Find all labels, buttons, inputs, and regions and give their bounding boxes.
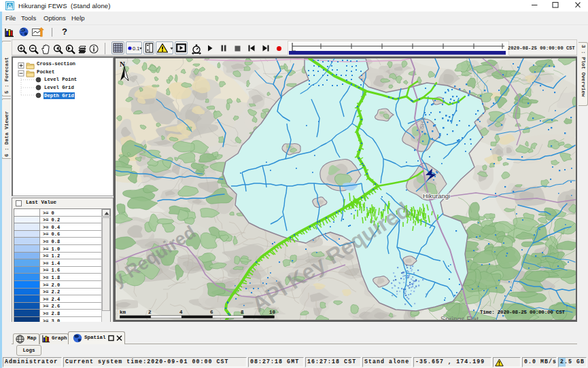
svg-text:8: 8 bbox=[241, 310, 244, 315]
svg-text:0.1: 0.1 bbox=[133, 45, 139, 52]
svg-text:2: 2 bbox=[148, 310, 152, 315]
svg-text:Time: 2020-08-25 00:00:00 CST: Time: 2020-08-25 00:00:00 CST bbox=[480, 310, 565, 315]
svg-text:Hikurangi: Hikurangi bbox=[423, 192, 450, 200]
svg-text:10: 10 bbox=[269, 310, 276, 315]
svg-text:Springs Flat: Springs Flat bbox=[440, 315, 479, 320]
svg-text:km: km bbox=[120, 310, 126, 315]
svg-text:4: 4 bbox=[179, 310, 183, 315]
svg-text:N: N bbox=[120, 60, 125, 68]
svg-text:6: 6 bbox=[210, 310, 213, 315]
